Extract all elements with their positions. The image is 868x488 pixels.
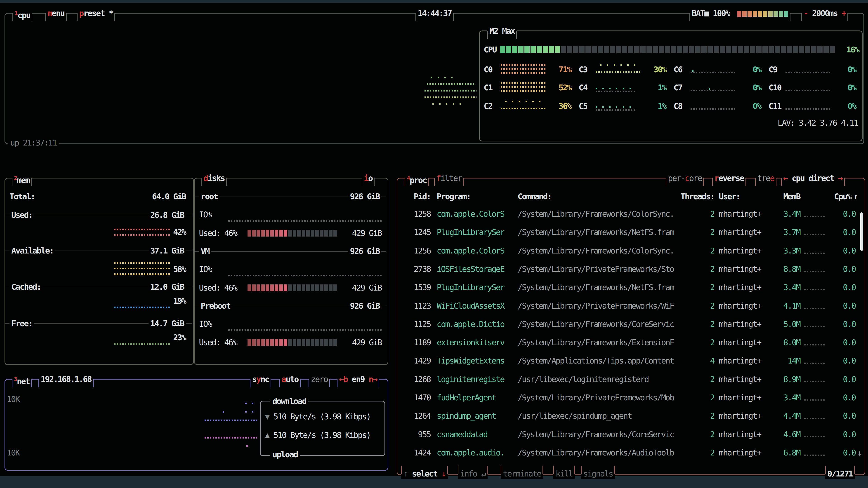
col-cpu[interactable]: Cpu% [826,192,851,201]
disks-box-title[interactable]: disks [201,173,227,183]
battery-icon: ■ [704,8,709,18]
proc-user: mhartingt+ [719,393,761,402]
proc-reverse-toggle[interactable]: reverse [712,173,746,183]
core-label: C0 [484,65,492,74]
process-row[interactable]: 1256com.apple.ColorS/System/Library/Fram… [0,246,868,255]
proc-pid: 1189 [405,338,431,347]
proc-user: mhartingt+ [719,320,761,329]
cpu-box-title[interactable]: 1cpu [12,8,32,18]
proc-threads: 2 [685,283,714,292]
cpu-total-percent: 16% [836,45,859,54]
core-graph [501,82,546,93]
proc-sort-switcher[interactable]: ← cpu direct → [781,173,845,183]
process-row[interactable]: 1189extensionkitserv/System/Library/Fram… [0,338,868,347]
process-row[interactable]: 955csnameddatad/System/Library/Framework… [0,430,868,439]
disks-io-toggle[interactable]: io [362,173,375,183]
sort-right-arrow[interactable]: → [838,173,842,183]
process-row[interactable]: 1258com.apple.ColorS/System/Library/Fram… [0,209,868,219]
proc-command: /System/Library/Frameworks/CoreServic [518,430,674,439]
process-row[interactable]: 1268loginitemregiste/usr/libexec/loginit… [0,375,868,384]
col-command[interactable]: Command: [518,192,551,201]
proc-cpu: 0.0 [832,430,856,439]
core-percent: 0% [834,83,856,92]
mem-total-value: 64.0 GiB [120,192,186,201]
core-graph [501,101,546,111]
core-c3: C330% [577,63,667,76]
proc-pid: 1424 [405,448,431,457]
proc-mem: 3.3M [778,246,800,255]
proc-cpu: 0.0 [832,246,856,255]
core-graph [690,82,736,93]
process-row[interactable]: 2738iOSFilesStorageE/System/Library/Priv… [0,265,868,273]
proc-mem-dots [804,253,826,254]
net-upload-dot [246,445,248,447]
col-user[interactable]: User: [719,192,740,201]
proc-info-button[interactable]: info ↵ [458,469,488,479]
proc-command: /System/Library/Frameworks/NetFS.fram [518,228,674,237]
interval-minus-button[interactable]: - [804,8,808,18]
process-row[interactable]: 1429TipsWidgetExtens/System/Applications… [0,356,868,365]
proc-program: spindump_agent [437,412,496,420]
proc-scrollbar[interactable] [860,213,863,251]
process-row[interactable]: 1125com.apple.Dictio/System/Library/Fram… [0,320,868,329]
proc-mem: 6.8M [778,448,800,457]
proc-command: /System/Library/Frameworks/NetFS.fram [518,283,674,292]
core-label: C10 [769,83,781,92]
uptime: up 21:37:11 [8,138,59,148]
interval-plus-button[interactable]: + [842,8,846,18]
process-row[interactable]: 1123WiFiCloudAssetsX/System/Library/Priv… [0,301,868,311]
proc-threads: 2 [685,246,714,255]
proc-pid: 955 [405,430,431,439]
proc-mem: 4.6M [778,430,800,439]
core-c1: C152% [482,81,572,94]
proc-threads: 2 [685,448,714,457]
sort-left-arrow[interactable]: ← [783,173,787,183]
enter-icon: ↵ [481,469,485,478]
proc-program: iOSFilesStorageE [437,265,504,273]
proc-cpu: 0.0 [832,356,856,365]
process-row[interactable]: 1245PlugInLibrarySer/System/Library/Fram… [0,228,868,237]
core-graph [785,64,831,75]
proc-command: /System/Library/PrivateFrameworks/WiF [518,301,674,311]
menu-button[interactable]: menu [45,8,67,18]
proc-kill-button[interactable]: kill [553,469,575,479]
core-label: C11 [769,102,781,111]
core-graph [785,101,831,111]
process-row[interactable]: 1264spindump_agent/usr/libexec/spindump_… [0,412,868,420]
proc-command: /System/Library/Frameworks/CoreServic [518,320,674,329]
col-program[interactable]: Program: [437,192,470,201]
proc-cpu: 0.0 [832,301,856,311]
proc-mem: 3.7M [778,228,800,237]
proc-more-below-icon: ↓ [857,449,862,457]
proc-cpu: 0.0 [832,283,856,292]
memory-box-title[interactable]: 2mem [12,173,32,183]
core-graph [596,82,641,93]
proc-command: /System/Library/Frameworks/ColorSync. [518,246,674,255]
proc-selection-count: 0/1271 [825,469,855,479]
proc-signals-button[interactable]: signals [581,469,615,479]
process-box-title[interactable]: 4proc [405,173,429,183]
proc-mem: 3.4M [778,393,800,402]
process-row[interactable]: 1539PlugInLibrarySer/System/Library/Fram… [0,283,868,292]
proc-mem-dots [804,363,826,364]
proc-filter-button[interactable]: filter [434,173,464,183]
proc-mem-dots [804,436,826,437]
proc-mem: 3.4M [778,209,800,219]
col-pid[interactable]: Pid: [405,192,431,201]
proc-program: com.apple.ColorS [437,246,504,255]
core-percent: 0% [834,102,856,111]
proc-cpu: 0.0 [832,375,856,384]
proc-terminate-button[interactable]: terminate [501,469,543,479]
proc-tree-toggle[interactable]: tree [755,173,776,183]
proc-per-core-toggle[interactable]: per-core [666,173,704,183]
proc-select-control[interactable]: ↑ select ↓ [401,469,448,479]
core-graph [501,64,546,75]
core-percent: 0% [739,65,761,74]
core-percent: 36% [549,102,571,111]
col-memb[interactable]: MemB [778,192,800,201]
col-threads[interactable]: Threads: [678,192,714,201]
preset-button[interactable]: preset * [77,8,115,18]
process-row[interactable]: 1470fudHelperAgent/System/Library/Privat… [0,393,868,402]
process-row[interactable]: 1424com.apple.audio./System/Library/Fram… [0,448,868,457]
proc-cpu: 0.0 [832,448,856,457]
